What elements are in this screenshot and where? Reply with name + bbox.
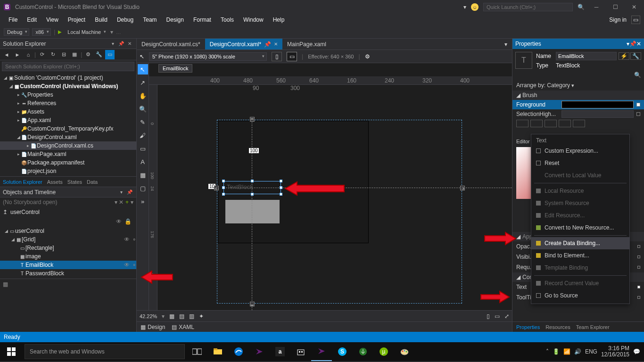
- obj-emailblock[interactable]: TEmailBlock👁∘: [0, 261, 136, 269]
- ctx-custom-expression[interactable]: Custom Expression...: [531, 145, 629, 157]
- selected-textblock[interactable]: TextBlock: [223, 181, 281, 194]
- resize-handle[interactable]: [222, 180, 225, 182]
- vs-running-icon[interactable]: [311, 342, 332, 361]
- tree-pfx[interactable]: 🔑CustomControl_TemporaryKey.pfx: [0, 124, 136, 133]
- solution-search-input[interactable]: [2, 62, 134, 71]
- button-tool-icon[interactable]: ▢: [138, 183, 148, 193]
- tab-assets[interactable]: Assets: [47, 179, 63, 185]
- edge-icon[interactable]: [228, 342, 249, 361]
- foreground-swatch[interactable]: [561, 101, 634, 108]
- device-dropdown[interactable]: 5" Phone (1920 x 1080) 300% scale: [149, 52, 267, 61]
- signin-link[interactable]: Sign in: [604, 16, 631, 24]
- resize-handle[interactable]: [251, 193, 254, 196]
- anchor-top-icon[interactable]: ⬒: [250, 117, 255, 122]
- direct-select-icon[interactable]: ↗: [138, 77, 148, 88]
- ctx-reset[interactable]: Reset: [531, 157, 629, 169]
- tree-assets[interactable]: ▸📁Assets: [0, 107, 136, 116]
- start-button[interactable]: [0, 342, 23, 361]
- pan-tool-icon[interactable]: ✋: [138, 90, 148, 101]
- prop-marker-icon[interactable]: [637, 255, 640, 258]
- close-tab-icon[interactable]: ✕: [274, 41, 278, 47]
- brush-tile-icon[interactable]: [559, 120, 571, 127]
- amazon-icon[interactable]: a: [270, 342, 290, 361]
- prop-marker-icon[interactable]: [637, 266, 640, 269]
- more-tools-icon[interactable]: »: [138, 196, 148, 206]
- image-element[interactable]: [225, 200, 280, 223]
- effects-icon[interactable]: ✦: [199, 313, 204, 320]
- tab-resources[interactable]: Resources: [545, 324, 570, 330]
- tab-data[interactable]: Data: [87, 179, 98, 185]
- lock-dot-icon[interactable]: ∘: [132, 236, 136, 243]
- brush-icon[interactable]: 🖌: [138, 130, 148, 140]
- minimize-button[interactable]: ─: [589, 2, 603, 12]
- menu-debug[interactable]: Debug: [112, 16, 138, 24]
- props-close-icon[interactable]: ✕: [636, 41, 641, 47]
- clock[interactable]: 3:16 PM 12/16/2015: [601, 346, 629, 358]
- tree-appxaml[interactable]: ▸📄App.xaml: [0, 116, 136, 124]
- selection-swatch[interactable]: [561, 110, 634, 118]
- home-icon[interactable]: ⌂: [24, 50, 33, 59]
- config-dropdown[interactable]: Debug: [4, 28, 29, 36]
- grid-icon[interactable]: ▦: [169, 313, 174, 320]
- split-v-icon[interactable]: ▭: [495, 313, 500, 320]
- menu-window[interactable]: Window: [239, 16, 268, 24]
- ctx-create-data-binding[interactable]: Create Data Binding...: [531, 237, 629, 249]
- prop-selection-highlight[interactable]: SelectionHigh...: [512, 109, 644, 119]
- objects-dropdown-icon[interactable]: ▾: [117, 189, 125, 196]
- tab-team-explorer[interactable]: Team Explorer: [576, 324, 610, 330]
- close-panel-icon[interactable]: ✕: [126, 40, 133, 48]
- menu-file[interactable]: File: [4, 16, 22, 24]
- volume-icon[interactable]: 🔊: [574, 348, 581, 355]
- task-view-icon[interactable]: [187, 342, 207, 361]
- refresh-icon[interactable]: ↻: [48, 50, 58, 59]
- account-icon[interactable]: ▭: [631, 16, 640, 24]
- fwd-icon[interactable]: ►: [13, 50, 22, 59]
- lang-indicator[interactable]: ENG: [585, 348, 597, 355]
- tree-manifest[interactable]: 📦Package.appxmanifest: [0, 158, 136, 167]
- ctx-go-to-source[interactable]: Go to Source: [531, 289, 629, 302]
- props-search-icon[interactable]: 🔍: [512, 72, 644, 80]
- sync-icon[interactable]: ⟳: [37, 50, 47, 59]
- preview-icon[interactable]: ▭: [105, 50, 115, 59]
- wifi-icon[interactable]: 📶: [563, 348, 570, 355]
- paint-icon[interactable]: [394, 342, 415, 361]
- obj-rectangle[interactable]: ▭[Rectangle]: [0, 244, 136, 252]
- add-storyboard-icon[interactable]: +: [125, 199, 129, 206]
- tree-references[interactable]: ▸▪▪References: [0, 99, 136, 107]
- timeline-icon[interactable]: ▦: [3, 281, 8, 288]
- settings-gear-icon[interactable]: ⚙: [365, 53, 370, 60]
- doc-tab-cs[interactable]: DesignControl.xaml.cs*: [137, 39, 205, 49]
- usercontrol-row[interactable]: ↥ userControl: [0, 207, 136, 217]
- utorrent-icon[interactable]: µ: [373, 342, 394, 361]
- tree-mainpage[interactable]: ▸📄MainPage.xaml: [0, 150, 136, 158]
- file-explorer-icon[interactable]: [207, 342, 228, 361]
- pin-icon[interactable]: 📌: [264, 41, 271, 48]
- doc-tabs-dropdown-icon[interactable]: ▾: [500, 39, 512, 49]
- obj-image[interactable]: ▦image: [0, 252, 136, 261]
- tree-projectjson[interactable]: 📄project.json: [0, 167, 136, 175]
- resize-handle[interactable]: [222, 186, 225, 189]
- obj-usercontrol[interactable]: ◢▭userControl: [0, 227, 136, 235]
- play-icon[interactable]: ▶: [58, 29, 62, 34]
- resize-handle[interactable]: [222, 193, 225, 196]
- resize-handle[interactable]: [251, 180, 254, 182]
- cat-brush[interactable]: ◢Brush: [512, 90, 644, 100]
- feedback-smiley-icon[interactable]: ☺: [471, 3, 479, 11]
- ctx-bind-to-element[interactable]: Bind to Element...: [531, 249, 629, 262]
- doc-tab-xaml[interactable]: DesignControl.xaml*📌✕: [205, 39, 282, 49]
- lock-icon[interactable]: 🔒: [124, 218, 132, 225]
- tree-properties[interactable]: ▸🔧Properties: [0, 90, 136, 99]
- portrait-icon[interactable]: ▯: [272, 52, 282, 61]
- anchor-bottom-icon[interactable]: ⬓: [250, 302, 255, 306]
- quick-launch-input[interactable]: [483, 3, 573, 11]
- pointer-icon[interactable]: ↖: [140, 53, 144, 60]
- tree-designcontrol-cs[interactable]: ▸📄DesignControl.xaml.cs: [0, 141, 136, 150]
- tree-designcontrol[interactable]: ◢📄DesignControl.xaml: [0, 133, 136, 141]
- props-pin-icon[interactable]: 📌: [629, 41, 636, 47]
- eye-icon[interactable]: 👁: [124, 262, 130, 268]
- anchor-right-icon[interactable]: ◑: [460, 186, 465, 190]
- menu-view[interactable]: View: [41, 16, 63, 24]
- resize-handle[interactable]: [280, 180, 282, 182]
- resize-handle[interactable]: [280, 186, 282, 189]
- brush-resource-icon[interactable]: [573, 120, 585, 127]
